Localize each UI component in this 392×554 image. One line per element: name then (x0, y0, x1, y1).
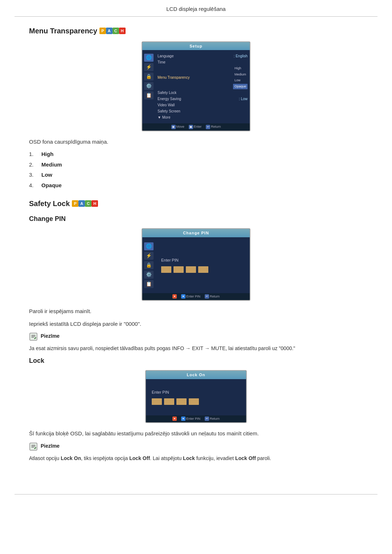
lock-pin-box-1 (152, 398, 162, 405)
section-title-menu-transparency: Menu Transparency P A C H (29, 25, 363, 36)
desc-change-pin-2: Iepriekš iestatītā LCD displeja parole i… (29, 320, 363, 328)
page-header-text: LCD displeja regulēšana (166, 6, 225, 12)
osd-change-pin-screen: Change PIN 🌐 ⚡ 🔒 ⚙️ 📋 Enter PIN (142, 228, 250, 301)
osd-footer-lock: ● ● Enter PIN ↩ Return (146, 415, 246, 423)
osd-footer-enterpin: ● Enter PIN (181, 294, 200, 299)
osd-title-change-pin: Change PIN (142, 229, 250, 237)
osd-lock-body: Enter PIN (146, 379, 246, 415)
osd-footer-move: ◉ Move (171, 124, 184, 130)
osd-dropdown-opaque: Opaque (233, 84, 248, 90)
bottom-rule (15, 494, 377, 495)
osd-item-energy-saving: Energy Saving : Low (157, 96, 248, 102)
osd-lock-wrapper: Lock On Enter PIN ● (29, 370, 363, 423)
pin-box-2 (173, 266, 184, 273)
section-menu-transparency: Menu Transparency P A C H Setup 🌐 ⚡ 🔒 ⚙️ (29, 25, 363, 190)
badge-C: C (113, 28, 119, 34)
osd-item-safety-screen: Safety Screen (157, 108, 248, 114)
item-low: Low (41, 171, 52, 179)
osd-icon-list: 📋 (144, 91, 154, 99)
desc-lock: Šī funkcija bloķē OSD, lai saglabātu ies… (29, 430, 363, 438)
note-box-change-pin: Piezīme (29, 332, 363, 341)
osd-footer-btn1-lock: ● (172, 416, 177, 422)
osd-body-setup: 🌐 ⚡ 🔒 ⚙️ 📋 Language : English Time (142, 50, 250, 123)
item-high: High (41, 150, 53, 159)
osd-dropdown-medium: Medium (233, 72, 248, 78)
osd-item-video-wall: Video Wall (157, 102, 248, 108)
content-area: Menu Transparency P A C H Setup 🌐 ⚡ 🔒 ⚙️ (0, 25, 392, 485)
note-box-lock: Piezīme (29, 442, 363, 451)
osd-item-more: ▼ More (157, 114, 248, 120)
badge-A-sl: A (78, 200, 85, 207)
osd-footer-setup: ◉ Move ▣ Enter ↩ Return (142, 123, 250, 131)
osd-icon-globe-pin: 🌐 (144, 242, 154, 250)
osd-lock-fields: Enter PIN (146, 383, 246, 412)
note-label-change-pin: Piezīme (41, 332, 60, 340)
osd-lock-screen: Lock On Enter PIN ● (145, 370, 247, 423)
desc-change-pin-1: Paroli ir iespējams mainīt. (29, 307, 363, 316)
osd-icon-list-pin: 📋 (144, 280, 154, 288)
svg-rect-1 (30, 443, 37, 450)
osd-item-menu-transparency: Menu Transparency High Medium Low Opaque (157, 65, 248, 90)
section-label-safety-lock: Safety Lock (29, 198, 70, 209)
section-title-safety-lock: Safety Lock P A C H (29, 198, 363, 209)
page-header: LCD displeja regulēšana (0, 0, 392, 16)
list-item-medium: 2. Medium (29, 161, 363, 169)
pin-boxes-lock (152, 398, 199, 405)
osd-dropdown-high: High (233, 66, 248, 71)
badge-C-sl: C (85, 200, 91, 207)
lock-pin-box-3 (176, 398, 187, 405)
item-opaque: Opaque (41, 181, 62, 190)
osd-icon-lock: 🔒 (144, 73, 154, 81)
osd-footer-enterpin-lock: ● Enter PIN (181, 416, 200, 422)
svg-rect-0 (30, 333, 37, 340)
pin-box-1 (161, 266, 171, 273)
osd-screen-setup: Setup 🌐 ⚡ 🔒 ⚙️ 📋 Language : English (142, 41, 250, 131)
pin-label-lock: Enter PIN (152, 389, 169, 395)
pin-box-3 (186, 266, 196, 273)
badge-group-menu-transparency: P A C H (99, 28, 126, 34)
osd-footer-return-lock: ↩ Return (205, 416, 220, 422)
osd-pin-body: 🌐 ⚡ 🔒 ⚙️ 📋 Enter PIN (142, 237, 250, 293)
transparency-options-list: 1. High 2. Medium 3. Low 4. Opaque (29, 150, 363, 189)
lock-pin-box-2 (164, 398, 174, 405)
badge-H-sl: H (91, 200, 98, 207)
desc-menu-transparency: OSD fona caurspīdīguma maiņa. (29, 138, 363, 146)
osd-menu-transparency-wrapper: Setup 🌐 ⚡ 🔒 ⚙️ 📋 Language : English (29, 41, 363, 131)
section-safety-lock: Safety Lock P A C H Change PIN Change PI… (29, 198, 363, 462)
osd-footer-btn1-pin: ● (172, 294, 177, 299)
osd-item-language: Language : English (157, 53, 248, 59)
osd-icon-power-pin: ⚡ (144, 252, 154, 260)
note-label-lock: Piezīme (41, 442, 60, 450)
list-item-opaque: 4. Opaque (29, 181, 363, 190)
pin-label-change: Enter PIN (161, 257, 179, 263)
badge-group-safety-lock: P A C H (72, 200, 98, 207)
osd-title-lock: Lock On (146, 371, 246, 379)
top-rule (15, 16, 377, 17)
osd-pin-fields: Enter PIN (155, 241, 250, 290)
subsection-title-lock: Lock (29, 356, 363, 366)
osd-icons-pin: 🌐 ⚡ 🔒 ⚙️ 📋 (142, 241, 155, 290)
osd-icon-settings-pin: ⚙️ (144, 271, 154, 279)
badge-A: A (106, 28, 113, 34)
note-text-change-pin: Ja esat aizmirsis savu paroli, nospiedie… (29, 345, 363, 352)
list-item-low: 3. Low (29, 171, 363, 179)
osd-footer-return-pin: ↩ Return (205, 294, 220, 299)
osd-icons: 🌐 ⚡ 🔒 ⚙️ 📋 (142, 52, 155, 121)
pin-boxes-change (161, 266, 208, 273)
osd-footer-enter: ▣ Enter (189, 124, 202, 130)
badge-P: P (99, 28, 106, 34)
list-item-high: 1. High (29, 150, 363, 159)
item-medium: Medium (41, 161, 62, 169)
osd-footer-return: ↩ Return (206, 124, 221, 130)
badge-H: H (119, 28, 126, 34)
note-icon-lock (29, 442, 38, 451)
pin-box-4 (198, 266, 208, 273)
note-icon-change-pin (29, 332, 38, 341)
osd-icon-globe: 🌐 (144, 54, 154, 62)
section-label-menu-transparency: Menu Transparency (29, 25, 97, 36)
osd-icon-lock-pin: 🔒 (144, 261, 154, 269)
osd-item-safety-lock: Safety Lock (157, 90, 248, 96)
osd-icon-settings: ⚙️ (144, 82, 154, 90)
osd-title-setup: Setup (142, 42, 250, 50)
subsection-title-change-pin: Change PIN (29, 214, 363, 224)
